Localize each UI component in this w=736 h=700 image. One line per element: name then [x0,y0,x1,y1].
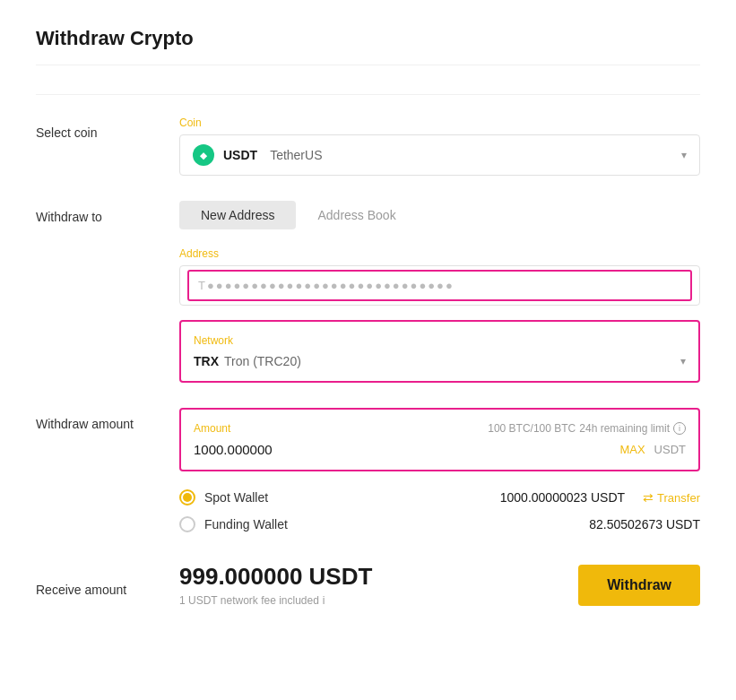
spot-wallet-left: Spot Wallet [179,489,268,506]
spot-wallet-balance: 1000.00000023 USDT [500,490,625,505]
spot-wallet-option: Spot Wallet 1000.00000023 USDT ⇄ Transfe… [179,484,700,511]
coin-fullname: TetherUS [270,148,322,162]
funding-wallet-balance: 82.50502673 USDT [589,517,700,531]
withdraw-button[interactable]: Withdraw [578,565,700,606]
chevron-down-icon: ▾ [681,149,687,161]
tab-address-book[interactable]: Address Book [296,201,417,229]
tab-new-address[interactable]: New Address [179,201,296,229]
amount-header: Amount 100 BTC/100 BTC 24h remaining lim… [194,422,686,435]
network-ticker: TRX [194,354,219,368]
withdraw-amount-label: Withdraw amount [36,408,179,431]
coin-field-label: Coin [179,117,700,129]
page-title: Withdraw Crypto [36,27,700,65]
withdraw-amount-row: Withdraw amount Amount 100 BTC/100 BTC 2… [36,408,700,538]
funding-wallet-radio[interactable] [179,516,195,532]
withdraw-to-label: Withdraw to [36,201,179,224]
spot-wallet-name: Spot Wallet [204,490,268,505]
info-icon[interactable]: i [673,422,686,435]
transfer-button[interactable]: ⇄ Transfer [643,490,700,505]
receive-fee-text: 1 USDT network fee included [179,594,319,607]
receive-fee: 1 USDT network fee included i [179,594,372,607]
select-coin-content: Coin ◆ USDT TetherUS ▾ [179,117,700,176]
coin-ticker: USDT [223,148,257,162]
amount-input-row: 1000.000000 MAX USDT [194,442,686,457]
withdraw-to-row: Withdraw to New Address Address Book Add… [36,201,700,383]
amount-actions: MAX USDT [619,443,686,456]
select-coin-label: Select coin [36,117,179,140]
funding-wallet-option: Funding Wallet 82.50502673 USDT [179,511,700,538]
receive-amount-label: Receive amount [36,574,179,597]
receive-amount-row: Receive amount 999.000000 USDT 1 USDT ne… [36,563,700,607]
amount-value: 1000.000000 [194,442,273,457]
amount-box: Amount 100 BTC/100 BTC 24h remaining lim… [179,408,700,471]
network-chevron-icon: ▾ [680,355,686,367]
funding-wallet-name: Funding Wallet [204,517,288,531]
funding-wallet-left: Funding Wallet [179,516,288,532]
max-button[interactable]: MAX [619,443,645,456]
limit-text: 100 BTC/100 BTC [488,422,576,435]
transfer-icon: ⇄ [643,490,654,505]
spot-wallet-right: 1000.00000023 USDT ⇄ Transfer [500,490,700,505]
network-fullname: Tron (TRC20) [224,354,301,368]
amount-currency: USDT [654,443,686,456]
network-box: Network TRX Tron (TRC20) ▾ [179,320,700,383]
network-left: TRX Tron (TRC20) [194,354,301,368]
limit-suffix: 24h remaining limit [579,422,670,435]
amount-field-label: Amount [194,422,230,435]
amount-limit: 100 BTC/100 BTC 24h remaining limit i [488,422,686,435]
receive-row: 999.000000 USDT 1 USDT network fee inclu… [179,563,700,607]
address-field-label: Address [179,247,700,260]
network-select-dropdown[interactable]: TRX Tron (TRC20) ▾ [194,354,686,368]
transfer-label: Transfer [657,491,700,505]
address-field-wrapper: Address [179,247,700,306]
receive-amount-value: 999.000000 USDT [179,563,372,591]
spot-wallet-radio-inner [183,493,192,502]
spot-wallet-radio[interactable] [179,489,195,506]
fee-info-icon[interactable]: i [323,594,325,607]
select-coin-row: Select coin Coin ◆ USDT TetherUS ▾ [36,117,700,176]
address-input[interactable] [198,279,681,292]
address-input-inner [187,270,692,301]
address-input-outer [179,265,700,306]
network-label: Network [194,334,686,347]
coin-icon: ◆ [193,144,214,166]
wallet-options: Spot Wallet 1000.00000023 USDT ⇄ Transfe… [179,484,700,538]
withdraw-amount-content: Amount 100 BTC/100 BTC 24h remaining lim… [179,408,700,538]
receive-left: 999.000000 USDT 1 USDT network fee inclu… [179,563,372,607]
coin-select-left: ◆ USDT TetherUS [193,144,322,166]
withdraw-to-tabs: New Address Address Book [179,201,700,229]
coin-select-dropdown[interactable]: ◆ USDT TetherUS ▾ [179,134,700,176]
withdraw-to-content: New Address Address Book Address Network… [179,201,700,383]
